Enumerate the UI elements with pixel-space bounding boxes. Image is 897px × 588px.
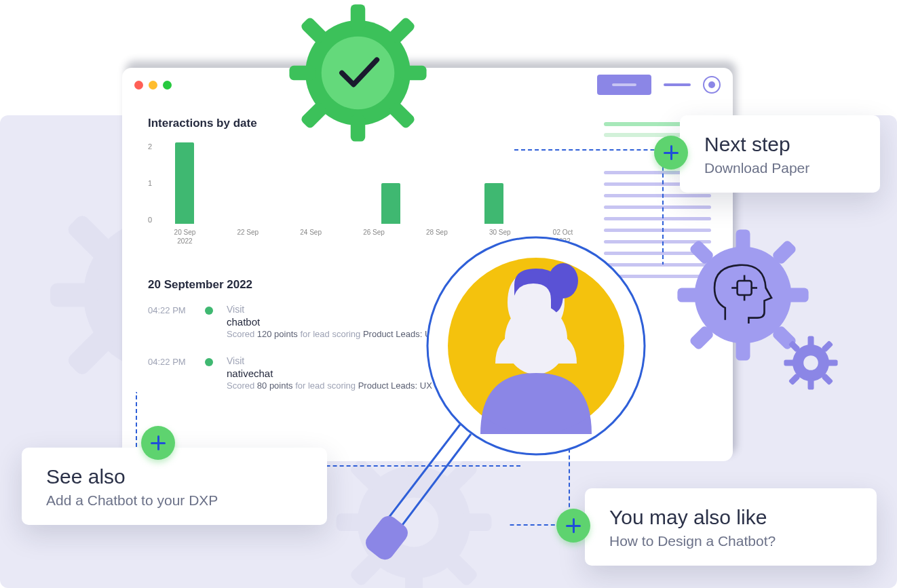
see-also-card[interactable]: See also Add a Chatbot to your DXP [22,448,327,525]
svg-rect-47 [784,360,795,366]
svg-point-56 [548,263,578,298]
timeline-dot-icon [205,358,213,366]
y-tick: 2 [148,142,152,151]
x-tick: 22 Sep [233,228,263,246]
card-title: See also [46,465,303,488]
activity-time: 04:22 PM [148,304,191,315]
primary-action-button[interactable] [597,75,651,95]
svg-point-57 [505,304,567,374]
svg-line-59 [380,425,460,529]
svg-rect-32 [736,338,750,361]
svg-rect-21 [351,4,366,31]
chart-bar [175,142,194,224]
gear-icon [780,332,841,393]
svg-point-53 [803,355,818,370]
activity-time: 04:22 PM [148,355,191,367]
x-tick: 24 Sep [296,228,326,246]
x-tick: 20 Sep 2022 [170,228,200,246]
header-link[interactable] [664,83,691,86]
close-icon[interactable] [134,81,143,90]
window-controls [134,81,172,90]
plus-icon[interactable] [556,509,590,543]
svg-rect-3 [50,283,98,307]
svg-rect-22 [351,115,366,142]
y-tick: 1 [148,179,152,187]
card-title: You may also like [609,506,852,529]
header-actions [597,75,721,95]
svg-rect-46 [808,378,814,389]
svg-rect-48 [826,360,837,366]
svg-point-29 [322,37,395,110]
svg-rect-24 [400,66,427,81]
card-subtitle: How to Design a Chatbot? [609,533,852,549]
maximize-icon[interactable] [163,81,172,90]
skeleton-line [604,122,683,126]
y-tick: 0 [148,216,152,224]
svg-rect-61 [362,512,411,564]
minimize-icon[interactable] [149,81,157,90]
svg-rect-33 [677,288,700,302]
svg-rect-45 [808,336,814,347]
svg-rect-31 [736,229,750,252]
card-subtitle: Add a Chatbot to your DXP [46,492,303,509]
chart-bar [381,183,400,224]
card-subtitle: Download Paper [704,160,856,176]
you-may-also-like-card[interactable]: You may also like How to Design a Chatbo… [585,488,877,566]
svg-rect-12 [405,568,423,588]
timeline-dot-icon [205,307,213,315]
svg-rect-23 [289,66,316,81]
chart-y-axis: 2 1 0 [148,142,152,224]
card-title: Next step [704,133,856,156]
chart-bar [484,183,503,224]
plus-icon[interactable] [654,136,688,170]
plus-icon[interactable] [141,426,175,460]
avatar-icon[interactable] [703,76,721,94]
svg-rect-34 [786,288,809,302]
svg-line-60 [392,434,471,538]
gear-check-icon [285,0,431,146]
next-step-card[interactable]: Next step Download Paper [680,115,880,193]
